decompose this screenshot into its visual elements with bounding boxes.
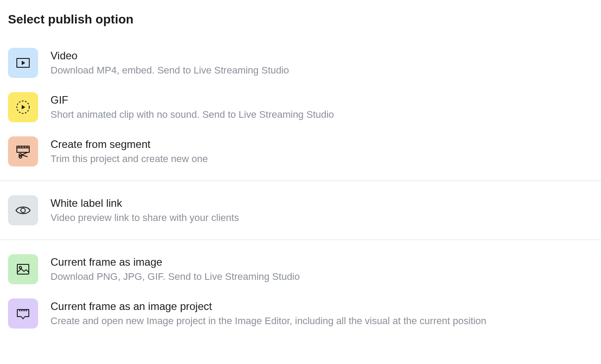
option-text: Video Download MP4, embed. Send to Live …: [51, 50, 289, 76]
svg-line-13: [22, 155, 27, 157]
option-desc: Trim this project and create new one: [51, 153, 208, 165]
image-icon: [8, 254, 38, 284]
option-title: Create from segment: [51, 138, 208, 151]
option-text: Current frame as image Download PNG, JPG…: [51, 256, 300, 283]
svg-point-14: [21, 208, 25, 213]
option-group-2: White label link Video preview link to s…: [8, 188, 601, 232]
eye-icon: [8, 195, 38, 225]
option-text: White label link Video preview link to s…: [51, 197, 239, 224]
option-frame-image[interactable]: Current frame as image Download PNG, JPG…: [8, 247, 601, 291]
option-title: Current frame as image: [51, 256, 300, 268]
svg-rect-15: [17, 264, 29, 274]
option-video[interactable]: Video Download MP4, embed. Send to Live …: [8, 41, 601, 85]
option-desc: Download PNG, JPG, GIF. Send to Live Str…: [51, 271, 300, 283]
option-title: GIF: [51, 94, 334, 106]
option-text: GIF Short animated clip with no sound. S…: [51, 94, 334, 120]
svg-marker-3: [22, 105, 25, 109]
film-cut-icon: [8, 136, 38, 167]
image-project-icon: [8, 298, 38, 329]
divider: [0, 181, 601, 181]
svg-point-16: [20, 267, 22, 269]
video-play-icon: [8, 48, 38, 78]
option-text: Current frame as an image project Create…: [51, 300, 486, 327]
option-desc: Video preview link to share with your cl…: [51, 212, 239, 224]
option-gif[interactable]: GIF Short animated clip with no sound. S…: [8, 85, 601, 129]
option-group-3: Current frame as image Download PNG, JPG…: [8, 247, 601, 336]
option-frame-project[interactable]: Current frame as an image project Create…: [8, 291, 601, 336]
option-title: Current frame as an image project: [51, 300, 486, 313]
option-title: White label link: [51, 197, 239, 209]
divider: [0, 240, 601, 240]
option-group-1: Video Download MP4, embed. Send to Live …: [8, 41, 601, 174]
option-segment[interactable]: Create from segment Trim this project an…: [8, 129, 601, 174]
option-white-label[interactable]: White label link Video preview link to s…: [8, 188, 601, 232]
option-desc: Download MP4, embed. Send to Live Stream…: [51, 65, 289, 76]
option-desc: Short animated clip with no sound. Send …: [51, 109, 334, 120]
page-heading: Select publish option: [8, 12, 601, 27]
dashed-play-icon: [8, 92, 38, 122]
svg-marker-1: [22, 61, 25, 65]
option-desc: Create and open new Image project in the…: [51, 315, 486, 327]
option-title: Video: [51, 50, 289, 62]
option-text: Create from segment Trim this project an…: [51, 138, 208, 165]
